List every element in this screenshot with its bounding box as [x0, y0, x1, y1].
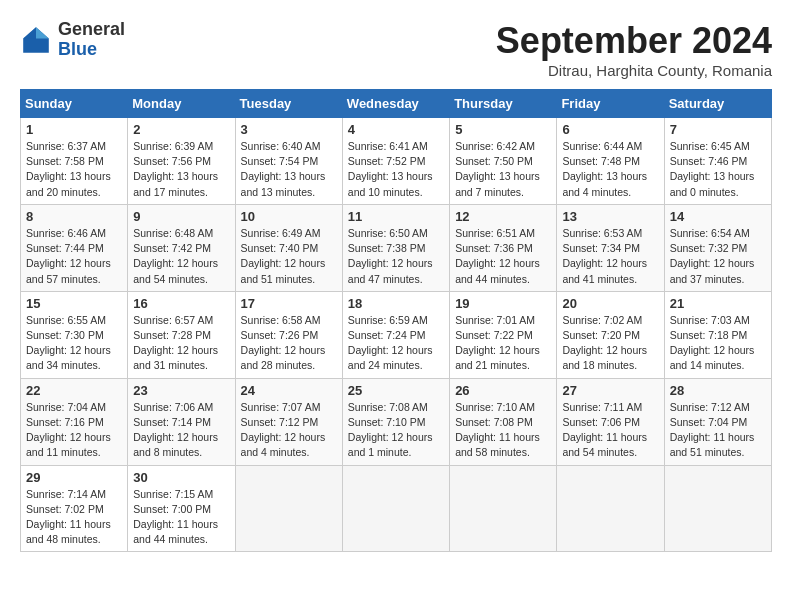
weekday-header-monday: Monday [128, 90, 235, 118]
day-info: Sunrise: 6:48 AM Sunset: 7:42 PM Dayligh… [133, 226, 229, 287]
weekday-header-row: SundayMondayTuesdayWednesdayThursdayFrid… [21, 90, 772, 118]
weekday-header-friday: Friday [557, 90, 664, 118]
day-number: 2 [133, 122, 229, 137]
calendar-table: SundayMondayTuesdayWednesdayThursdayFrid… [20, 89, 772, 552]
day-info: Sunrise: 6:46 AM Sunset: 7:44 PM Dayligh… [26, 226, 122, 287]
day-number: 4 [348, 122, 444, 137]
calendar-cell [664, 465, 771, 552]
day-info: Sunrise: 6:39 AM Sunset: 7:56 PM Dayligh… [133, 139, 229, 200]
day-info: Sunrise: 6:37 AM Sunset: 7:58 PM Dayligh… [26, 139, 122, 200]
day-info: Sunrise: 7:03 AM Sunset: 7:18 PM Dayligh… [670, 313, 766, 374]
day-info: Sunrise: 7:06 AM Sunset: 7:14 PM Dayligh… [133, 400, 229, 461]
weekday-header-sunday: Sunday [21, 90, 128, 118]
calendar-cell [557, 465, 664, 552]
day-number: 1 [26, 122, 122, 137]
calendar-cell: 26Sunrise: 7:10 AM Sunset: 7:08 PM Dayli… [450, 378, 557, 465]
day-info: Sunrise: 6:53 AM Sunset: 7:34 PM Dayligh… [562, 226, 658, 287]
day-number: 3 [241, 122, 337, 137]
calendar-cell: 24Sunrise: 7:07 AM Sunset: 7:12 PM Dayli… [235, 378, 342, 465]
calendar-cell: 7Sunrise: 6:45 AM Sunset: 7:46 PM Daylig… [664, 118, 771, 205]
day-number: 28 [670, 383, 766, 398]
logo-icon [20, 24, 52, 56]
day-info: Sunrise: 7:01 AM Sunset: 7:22 PM Dayligh… [455, 313, 551, 374]
weekday-header-thursday: Thursday [450, 90, 557, 118]
day-info: Sunrise: 7:11 AM Sunset: 7:06 PM Dayligh… [562, 400, 658, 461]
day-number: 11 [348, 209, 444, 224]
calendar-cell: 27Sunrise: 7:11 AM Sunset: 7:06 PM Dayli… [557, 378, 664, 465]
calendar-cell: 28Sunrise: 7:12 AM Sunset: 7:04 PM Dayli… [664, 378, 771, 465]
calendar-cell: 19Sunrise: 7:01 AM Sunset: 7:22 PM Dayli… [450, 291, 557, 378]
svg-marker-1 [36, 27, 49, 38]
calendar-cell [342, 465, 449, 552]
calendar-cell: 23Sunrise: 7:06 AM Sunset: 7:14 PM Dayli… [128, 378, 235, 465]
day-info: Sunrise: 7:12 AM Sunset: 7:04 PM Dayligh… [670, 400, 766, 461]
day-info: Sunrise: 6:55 AM Sunset: 7:30 PM Dayligh… [26, 313, 122, 374]
page-header: General Blue September 2024 Ditrau, Harg… [20, 20, 772, 79]
day-number: 13 [562, 209, 658, 224]
day-number: 21 [670, 296, 766, 311]
day-info: Sunrise: 7:07 AM Sunset: 7:12 PM Dayligh… [241, 400, 337, 461]
calendar-week-2: 8Sunrise: 6:46 AM Sunset: 7:44 PM Daylig… [21, 204, 772, 291]
day-number: 26 [455, 383, 551, 398]
calendar-cell: 18Sunrise: 6:59 AM Sunset: 7:24 PM Dayli… [342, 291, 449, 378]
day-number: 30 [133, 470, 229, 485]
day-number: 18 [348, 296, 444, 311]
svg-marker-2 [23, 27, 36, 38]
day-info: Sunrise: 6:42 AM Sunset: 7:50 PM Dayligh… [455, 139, 551, 200]
calendar-cell: 16Sunrise: 6:57 AM Sunset: 7:28 PM Dayli… [128, 291, 235, 378]
logo: General Blue [20, 20, 125, 60]
calendar-cell: 14Sunrise: 6:54 AM Sunset: 7:32 PM Dayli… [664, 204, 771, 291]
calendar-cell: 12Sunrise: 6:51 AM Sunset: 7:36 PM Dayli… [450, 204, 557, 291]
calendar-week-5: 29Sunrise: 7:14 AM Sunset: 7:02 PM Dayli… [21, 465, 772, 552]
calendar-cell [235, 465, 342, 552]
day-info: Sunrise: 7:14 AM Sunset: 7:02 PM Dayligh… [26, 487, 122, 548]
calendar-cell: 22Sunrise: 7:04 AM Sunset: 7:16 PM Dayli… [21, 378, 128, 465]
day-number: 9 [133, 209, 229, 224]
day-info: Sunrise: 6:58 AM Sunset: 7:26 PM Dayligh… [241, 313, 337, 374]
day-info: Sunrise: 6:54 AM Sunset: 7:32 PM Dayligh… [670, 226, 766, 287]
day-info: Sunrise: 7:08 AM Sunset: 7:10 PM Dayligh… [348, 400, 444, 461]
day-number: 7 [670, 122, 766, 137]
calendar-week-4: 22Sunrise: 7:04 AM Sunset: 7:16 PM Dayli… [21, 378, 772, 465]
calendar-cell: 1Sunrise: 6:37 AM Sunset: 7:58 PM Daylig… [21, 118, 128, 205]
day-info: Sunrise: 7:02 AM Sunset: 7:20 PM Dayligh… [562, 313, 658, 374]
day-info: Sunrise: 6:59 AM Sunset: 7:24 PM Dayligh… [348, 313, 444, 374]
calendar-cell: 21Sunrise: 7:03 AM Sunset: 7:18 PM Dayli… [664, 291, 771, 378]
day-number: 14 [670, 209, 766, 224]
day-number: 15 [26, 296, 122, 311]
day-info: Sunrise: 7:15 AM Sunset: 7:00 PM Dayligh… [133, 487, 229, 548]
day-number: 22 [26, 383, 122, 398]
day-info: Sunrise: 6:57 AM Sunset: 7:28 PM Dayligh… [133, 313, 229, 374]
calendar-cell: 8Sunrise: 6:46 AM Sunset: 7:44 PM Daylig… [21, 204, 128, 291]
calendar-cell: 20Sunrise: 7:02 AM Sunset: 7:20 PM Dayli… [557, 291, 664, 378]
month-title: September 2024 [496, 20, 772, 62]
day-number: 27 [562, 383, 658, 398]
location: Ditrau, Harghita County, Romania [496, 62, 772, 79]
calendar-cell: 15Sunrise: 6:55 AM Sunset: 7:30 PM Dayli… [21, 291, 128, 378]
calendar-cell: 25Sunrise: 7:08 AM Sunset: 7:10 PM Dayli… [342, 378, 449, 465]
calendar-cell: 30Sunrise: 7:15 AM Sunset: 7:00 PM Dayli… [128, 465, 235, 552]
calendar-cell: 29Sunrise: 7:14 AM Sunset: 7:02 PM Dayli… [21, 465, 128, 552]
weekday-header-tuesday: Tuesday [235, 90, 342, 118]
day-number: 16 [133, 296, 229, 311]
day-number: 10 [241, 209, 337, 224]
calendar-cell: 13Sunrise: 6:53 AM Sunset: 7:34 PM Dayli… [557, 204, 664, 291]
day-number: 25 [348, 383, 444, 398]
day-info: Sunrise: 6:45 AM Sunset: 7:46 PM Dayligh… [670, 139, 766, 200]
calendar-week-3: 15Sunrise: 6:55 AM Sunset: 7:30 PM Dayli… [21, 291, 772, 378]
day-info: Sunrise: 6:40 AM Sunset: 7:54 PM Dayligh… [241, 139, 337, 200]
calendar-cell: 6Sunrise: 6:44 AM Sunset: 7:48 PM Daylig… [557, 118, 664, 205]
day-info: Sunrise: 7:04 AM Sunset: 7:16 PM Dayligh… [26, 400, 122, 461]
day-info: Sunrise: 6:41 AM Sunset: 7:52 PM Dayligh… [348, 139, 444, 200]
day-number: 8 [26, 209, 122, 224]
day-number: 23 [133, 383, 229, 398]
calendar-cell: 10Sunrise: 6:49 AM Sunset: 7:40 PM Dayli… [235, 204, 342, 291]
day-info: Sunrise: 6:44 AM Sunset: 7:48 PM Dayligh… [562, 139, 658, 200]
calendar-cell: 2Sunrise: 6:39 AM Sunset: 7:56 PM Daylig… [128, 118, 235, 205]
day-number: 19 [455, 296, 551, 311]
day-number: 20 [562, 296, 658, 311]
day-info: Sunrise: 6:49 AM Sunset: 7:40 PM Dayligh… [241, 226, 337, 287]
calendar-week-1: 1Sunrise: 6:37 AM Sunset: 7:58 PM Daylig… [21, 118, 772, 205]
day-number: 5 [455, 122, 551, 137]
weekday-header-wednesday: Wednesday [342, 90, 449, 118]
